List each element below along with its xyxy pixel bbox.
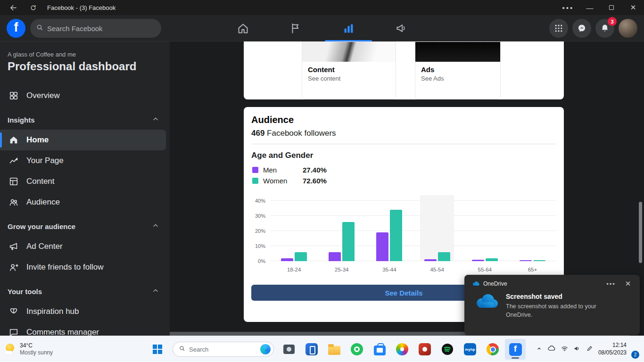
photos-app-icon[interactable]	[392, 339, 413, 360]
window-titlebar: Facebook - (3) Facebook ••• — ✕	[0, 0, 644, 15]
ads-tile[interactable]: Ads See Ads	[415, 41, 501, 99]
myhp-app-icon[interactable]: myhp	[460, 339, 480, 360]
bar-group-35-44[interactable]	[365, 190, 413, 261]
taskbar-search-input[interactable]	[189, 346, 250, 353]
file-explorer-icon[interactable]	[324, 339, 345, 360]
sidebar-item-label: Ad Center	[26, 242, 63, 251]
active-app-indicator	[512, 357, 519, 359]
tab-pages[interactable]	[269, 15, 322, 41]
clock[interactable]: 12:14 08/05/2023	[598, 342, 627, 356]
tray-chevron-up-icon[interactable]	[536, 345, 543, 354]
chart-xaxis-row: 18-2425-3435-4445-5455-6465+	[251, 267, 556, 272]
bar-group-45-54[interactable]	[413, 190, 461, 261]
chevron-up-icon	[152, 287, 159, 296]
refresh-icon[interactable]	[26, 1, 40, 14]
window-title: Facebook - (3) Facebook	[47, 4, 116, 11]
green-app-icon[interactable]	[347, 339, 367, 360]
phone-link-icon[interactable]	[301, 339, 322, 360]
tile-title: Content	[308, 66, 390, 74]
sidebar-item-home[interactable]: Home	[0, 130, 166, 150]
bar-women-18-24[interactable]	[295, 252, 307, 261]
home-icon	[8, 135, 20, 145]
search-icon	[179, 345, 185, 354]
chart-plot	[270, 190, 556, 261]
chrome-icon[interactable]	[482, 339, 503, 360]
tray-onedrive-icon[interactable]	[547, 344, 556, 354]
chevron-up-icon	[152, 115, 159, 124]
tray-time: 12:14	[612, 342, 627, 348]
weather-icon	[5, 344, 16, 355]
vertical-scrollbar[interactable]	[639, 202, 642, 263]
sidebar-item-audience[interactable]: Audience	[0, 192, 166, 213]
wifi-icon[interactable]	[561, 345, 569, 354]
sidebar-item-label: Home	[26, 135, 49, 145]
toast-more-icon[interactable]: •••	[604, 280, 618, 288]
volume-icon[interactable]	[573, 345, 581, 354]
sidebar-item-ad-center[interactable]: Ad Center	[0, 236, 166, 257]
legend-swatch	[252, 178, 258, 184]
toast-close-icon[interactable]: ✕	[622, 280, 634, 288]
overview-icon	[8, 90, 20, 101]
divider	[251, 144, 556, 144]
y-tick-label: 30%	[255, 213, 265, 219]
camera-app-icon[interactable]	[279, 339, 299, 360]
bar-men-35-44[interactable]	[376, 232, 388, 261]
highlight-band	[420, 195, 454, 261]
section-insights[interactable]: Insights	[0, 110, 170, 130]
sidebar-item-inspiration-hub[interactable]: Inspiration hub	[0, 301, 166, 322]
bar-women-25-34[interactable]	[342, 222, 355, 261]
bar-men-18-24[interactable]	[281, 258, 293, 261]
spotify-icon[interactable]	[437, 339, 458, 360]
followers-number: 469	[251, 129, 264, 138]
screen: Facebook - (3) Facebook ••• — ✕ f	[0, 0, 644, 362]
ads-thumbnail	[415, 42, 500, 62]
taskbar-search[interactable]	[173, 342, 274, 357]
tile-subtitle[interactable]: See content	[308, 75, 390, 82]
maximize-button[interactable]	[601, 0, 622, 15]
bar-women-65+[interactable]	[533, 260, 545, 261]
facebook-search[interactable]	[30, 19, 161, 38]
facebook-logo[interactable]: f	[7, 19, 25, 38]
minimize-button[interactable]: —	[579, 0, 601, 15]
facebook-app-icon[interactable]: f	[505, 339, 526, 360]
bar-group-18-24[interactable]	[270, 190, 318, 261]
apps-menu-icon[interactable]	[549, 19, 568, 38]
bar-group-25-34[interactable]	[318, 190, 365, 261]
sidebar-item-label: Audience	[26, 197, 60, 207]
microsoft-store-icon[interactable]	[369, 339, 390, 360]
section-grow-your-audience[interactable]: Grow your audience	[0, 216, 170, 236]
red-app-icon[interactable]	[414, 339, 435, 360]
sidebar-item-your-page[interactable]: Your Page	[0, 150, 166, 171]
bar-women-35-44[interactable]	[390, 210, 402, 261]
messenger-icon[interactable]	[572, 19, 591, 38]
start-button[interactable]	[147, 339, 168, 360]
weather-widget[interactable]: 34°C Mostly sunny	[5, 336, 53, 362]
legend-label: Men	[263, 166, 294, 174]
content-tile[interactable]: Content See content	[302, 41, 396, 99]
weather-temp: 34°C	[20, 342, 53, 349]
tab-home[interactable]	[216, 15, 269, 41]
bar-men-25-34[interactable]	[329, 252, 341, 261]
more-options-icon[interactable]: •••	[557, 0, 579, 15]
search-input[interactable]	[47, 25, 146, 33]
sidebar-item-invite-friends[interactable]: Invite friends to follow	[0, 257, 166, 278]
bar-men-55-64[interactable]	[472, 260, 484, 261]
bar-women-55-64[interactable]	[486, 258, 498, 261]
pen-icon[interactable]	[586, 345, 594, 354]
notification-center-badge[interactable]: 2	[631, 351, 639, 359]
bar-group-55-64[interactable]	[461, 190, 509, 261]
close-button[interactable]: ✕	[622, 0, 644, 15]
bar-women-45-54[interactable]	[438, 252, 450, 261]
tab-insights[interactable]	[322, 15, 375, 41]
profile-avatar[interactable]	[619, 19, 637, 38]
sidebar-item-content[interactable]: Content	[0, 171, 166, 192]
tab-ads[interactable]	[375, 15, 428, 41]
bar-men-65+[interactable]	[520, 260, 532, 261]
tile-subtitle[interactable]: See Ads	[421, 75, 495, 82]
back-icon[interactable]	[7, 1, 20, 14]
notifications-icon[interactable]: 3	[595, 19, 614, 38]
bar-group-65+[interactable]	[509, 190, 556, 261]
section-your-tools[interactable]: Your tools	[0, 281, 170, 301]
sidebar-item-overview[interactable]: Overview	[0, 85, 166, 106]
bar-men-45-54[interactable]	[424, 259, 437, 261]
